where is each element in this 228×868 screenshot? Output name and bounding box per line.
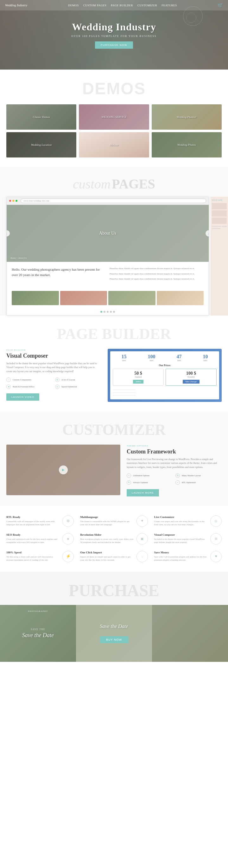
- pb-feature-2: ⊞ A lot of Layout: [55, 377, 101, 382]
- pb-fine-print: ───────────────── ───────────────── ────…: [113, 388, 217, 397]
- cust-tag: THEME OPTIONS: [127, 444, 222, 447]
- cust-feature-3: ↻ Always Updated: [127, 480, 173, 485]
- pb-feature-label-4: Speed Optimized: [61, 385, 77, 388]
- slider-dot-5[interactable]: [113, 311, 115, 313]
- purchase-overlay-2: Save the Date BUY NOW: [76, 605, 152, 662]
- feature-speed-desc: We this using a clean code and are well …: [6, 555, 60, 562]
- hero-content: Wedding Industry OVER 100 PAGES TEMPLATE…: [72, 21, 157, 49]
- pb-price-card-1: 50 $ Standard Select: [113, 369, 164, 386]
- nav-demos[interactable]: Demos: [68, 4, 79, 7]
- about-nav-next[interactable]: ›: [205, 230, 209, 237]
- navigation: Wedding Industry Demos Custom Pages Page…: [0, 0, 228, 10]
- pb-stat-num-3: 47: [177, 354, 182, 360]
- nav-page-builder[interactable]: Page Builder: [111, 4, 133, 7]
- cust-feature-label-2: Many Header Layout: [182, 474, 201, 477]
- feature-save-layout: Save Money Save with 5 all-in premium pl…: [154, 551, 222, 562]
- feature-multi-layout: Multilanguage The theme is compatible wi…: [80, 516, 148, 527]
- seo-icon: ◈: [62, 533, 74, 545]
- rev-slider-icon: ▣: [137, 533, 148, 545]
- gallery-item-4[interactable]: [157, 291, 204, 305]
- custom-pages-section: custom PAGES www.your-wedding-site.com ‹…: [0, 167, 228, 316]
- cust-feature-2: ⊟ Many Header Layout: [175, 473, 222, 478]
- about-side-label: SHOP OUR: [212, 199, 227, 201]
- slider-dot-1[interactable]: [101, 311, 102, 313]
- nav-custom-pages[interactable]: Custom Pages: [83, 4, 106, 7]
- cart-icon[interactable]: 🛒: [218, 3, 223, 8]
- play-button[interactable]: ▶: [59, 465, 68, 474]
- pb-stat-1: 15 label: [122, 354, 127, 362]
- purchase-ss-title-1: PHOTOGRAPHY: [0, 608, 76, 613]
- slider-dot-3[interactable]: [107, 311, 109, 313]
- demo-card-2[interactable]: WEDDING SERVICE: [79, 104, 149, 130]
- feature-save-title: Save Money: [154, 551, 208, 554]
- feature-rev-content: Revolution Slider Best wordpress plugin …: [80, 533, 134, 544]
- about-nav-prev[interactable]: ‹: [7, 230, 10, 237]
- pb-feature-icon-2: ⊞: [55, 377, 60, 382]
- feature-seo-title: SEO Ready: [6, 533, 60, 536]
- custom-pages-content: www.your-wedding-site.com ‹ About Us › H…: [0, 197, 228, 316]
- demo-card-6[interactable]: Wedding Photos: [152, 132, 222, 157]
- page-builder-section: PAGE BUILDER PAGE BUILDER Visual Compose…: [0, 316, 228, 411]
- demos-bg-title: Demos: [6, 79, 222, 98]
- feature-vc-title: Visual Composer: [154, 533, 208, 536]
- pb-content: PAGE BUILDER Visual Composer Included in…: [6, 349, 222, 402]
- slider-dot-4[interactable]: [110, 311, 112, 313]
- browser-url: www.your-wedding-site.com: [21, 198, 206, 203]
- pb-feature-1: ○ Custom Components: [6, 377, 53, 382]
- pb-stat-num-4: 10: [203, 354, 208, 360]
- pb-stat-3: 47 label: [177, 354, 182, 362]
- feature-rtl-ready: RTL Ready Compatible with all languages …: [6, 516, 74, 527]
- browser-mockup: www.your-wedding-site.com ‹ About Us › H…: [6, 197, 209, 316]
- about-text-2: Phasellus rhunc blandit vel agam risus c…: [110, 272, 204, 276]
- slider-dot-2[interactable]: [104, 311, 106, 313]
- feature-seo-desc: Clean and optimized code for the best se…: [6, 537, 60, 544]
- pb-stat-label-3: label: [177, 360, 182, 362]
- side-item-3: [212, 218, 227, 224]
- gallery-item-2[interactable]: [60, 291, 107, 305]
- feature-save-desc: Save with 5 all-in premium plugins and a…: [154, 555, 208, 562]
- cust-right: THEME OPTIONS Custom Framework Our frame…: [127, 444, 222, 496]
- pb-price-card-2: 100 $ Extended Take Change!: [166, 369, 217, 386]
- purchase-now-button[interactable]: PURCHASE NOW: [95, 41, 133, 49]
- launch-video-button[interactable]: LAUNCH VIDEO: [6, 393, 39, 401]
- pb-price-btn-1[interactable]: Select: [133, 380, 143, 383]
- cust-feature-4: ✓ RTL Optimized: [175, 480, 222, 485]
- about-text-1: Phasellus rhunc blandit vel agam risus c…: [110, 267, 204, 270]
- speed-icon: ⚡: [62, 551, 74, 562]
- pb-price-btn-2[interactable]: Take Change!: [183, 380, 200, 383]
- buy-now-button[interactable]: BUY NOW: [100, 636, 128, 643]
- feature-live-desc: Create your pages and your site using th…: [154, 520, 208, 526]
- live-cust-icon: ◎: [210, 516, 222, 527]
- nav-logo[interactable]: Wedding Industry: [5, 3, 27, 7]
- demo-label-1: Classic Demos: [33, 116, 50, 119]
- cust-feature-label-3: Always Updated: [133, 481, 148, 484]
- demo-card-3[interactable]: Wedding Planner: [152, 104, 222, 130]
- pb-desc: Included in the theme the most popular v…: [6, 362, 101, 374]
- pb-screenshot-inner: 15 label 100 label 47 label 10: [110, 351, 219, 399]
- purchase-section: PURCHASE PHOTOGRAPHY Save the Save the D…: [0, 572, 228, 662]
- feature-vc-layout: Visual Composer Included in the theme th…: [154, 533, 222, 545]
- demo-card-5[interactable]: Melissa: [79, 132, 149, 157]
- launch-more-button[interactable]: LAUNCH MORE: [127, 489, 159, 496]
- feature-one-click: One Click Import Import all demo in simp…: [80, 551, 148, 562]
- about-text-3: Phasellus rhunc blandit vel agam risus c…: [110, 277, 204, 281]
- feature-save-money: Save Money Save with 5 all-in premium pl…: [154, 551, 222, 562]
- cust-feature-label-1: Unlimited Options: [133, 474, 149, 477]
- about-left: Hello. Our wedding photographers agency …: [12, 267, 106, 283]
- nav-features[interactable]: Features: [162, 4, 177, 7]
- demos-grid: Classic Demos WEDDING SERVICE Wedding Pl…: [6, 104, 222, 157]
- feature-seo-content: SEO Ready Clean and optimized code for t…: [6, 533, 60, 544]
- gallery-item-1[interactable]: [12, 291, 59, 305]
- feature-revolution-slider: Revolution Slider Best wordpress plugin …: [80, 533, 148, 545]
- save-date-label-1: Save the: [31, 628, 45, 631]
- cust-video-thumbnail[interactable]: ▶: [6, 444, 120, 495]
- demo-card-1[interactable]: Classic Demos: [6, 104, 76, 130]
- pb-feature-label-2: A lot of Layout: [61, 378, 75, 381]
- nav-customizer[interactable]: Customizer: [137, 4, 157, 7]
- gallery-item-3[interactable]: [108, 291, 155, 305]
- demo-card-4[interactable]: Wedding Location: [6, 132, 76, 157]
- pb-feature-icon-3: ◈: [6, 384, 11, 389]
- pb-feature-icon-4: ◎: [55, 384, 60, 389]
- about-content: Hello. Our wedding photographers agency …: [7, 262, 209, 288]
- pb-feature-icon-1: ○: [6, 377, 11, 382]
